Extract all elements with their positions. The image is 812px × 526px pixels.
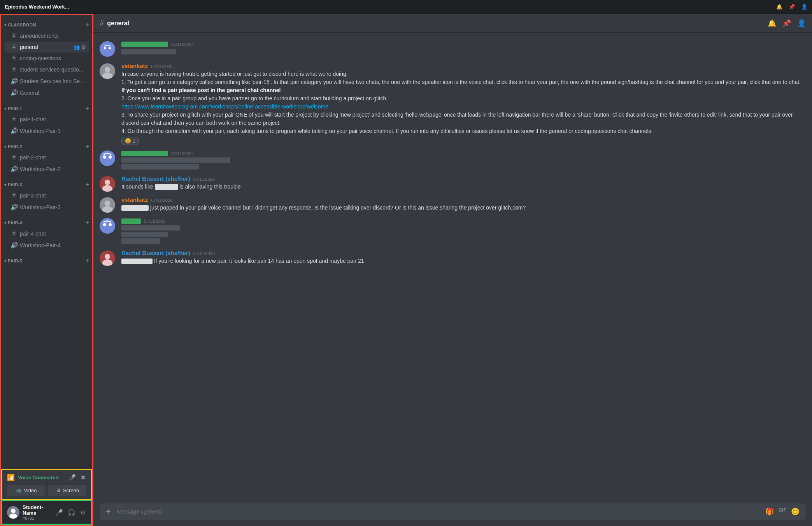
disconnect-button[interactable]: ✖ (80, 473, 86, 482)
chevron-icon: ▾ (4, 23, 6, 27)
message-group: 07/11/2020 (93, 148, 812, 172)
message-timestamp: 07/11/2020 (171, 42, 193, 47)
channel-workshop-pair2[interactable]: 🔊 Workshop-Pair-2 (4, 163, 89, 175)
mute-self-button[interactable]: 🎤 (54, 508, 64, 517)
avatar (100, 250, 115, 266)
category-label: CLASSROOM (8, 23, 85, 27)
channel-pair2-chat[interactable]: # pair-2-chat (4, 152, 89, 163)
pin-icon[interactable]: 📌 (782, 19, 791, 28)
channel-header-title: general (107, 20, 129, 27)
message-group: vstankatz 07/11/2020 just popped in your… (93, 195, 812, 214)
speaker-icon: 🔊 (11, 165, 18, 173)
title-bar: Epicodus Weekend Work... 🔔 📌 👤 (0, 0, 812, 14)
message-group: 07/11/2020 (93, 216, 812, 246)
speaker-icon: 🔊 (11, 241, 18, 249)
svg-point-4 (104, 47, 106, 49)
hash-icon: # (11, 32, 18, 39)
avatar (7, 506, 19, 519)
bell-icon[interactable]: 🔔 (776, 4, 782, 10)
avatar (100, 41, 115, 57)
emoji-picker-button[interactable]: 😊 (791, 507, 800, 516)
channel-student-services[interactable]: # student-services-questio... (4, 64, 89, 75)
profile-icon[interactable]: 👤 (801, 4, 807, 10)
add-member-icon[interactable]: 👥 (74, 44, 80, 50)
channel-pair3-chat[interactable]: # pair-3-chat (4, 190, 89, 201)
add-channel-icon[interactable]: + (85, 105, 89, 112)
svg-point-1 (11, 509, 16, 513)
add-channel-icon[interactable]: + (85, 181, 89, 188)
server-name: Epicodus Weekend Work... (5, 4, 776, 10)
channel-general[interactable]: # general 👥 ⚙ (4, 42, 89, 52)
message-input[interactable] (114, 505, 762, 519)
add-channel-icon[interactable]: + (85, 143, 89, 150)
avatar (100, 197, 115, 213)
message-timestamp: 07/11/2020 (193, 177, 215, 182)
message-author: Rachel Bussert (she/her) (121, 175, 190, 182)
chevron-icon: ▾ (4, 145, 6, 149)
message-text: just popped in your pair voice channel b… (121, 204, 806, 212)
svg-point-19 (103, 223, 106, 226)
message-author (121, 40, 168, 47)
add-channel-icon[interactable]: + (85, 21, 89, 28)
message-text (121, 48, 806, 58)
settings-button[interactable]: ⚙ (79, 508, 86, 517)
add-channel-icon[interactable]: + (85, 219, 89, 226)
gear-icon[interactable]: ⚙ (81, 44, 86, 50)
members-icon[interactable]: 👤 (797, 19, 806, 28)
video-button[interactable]: 📹 Video (7, 485, 45, 496)
svg-point-10 (103, 156, 106, 159)
message-timestamp: 07/11/2020 (171, 151, 193, 156)
message-author (121, 217, 141, 224)
pin-icon[interactable]: 📌 (789, 4, 795, 10)
avatar (100, 218, 115, 234)
category-classroom[interactable]: ▾ CLASSROOM + (1, 15, 92, 30)
category-pair3[interactable]: ▾ PAIR-3 + (1, 175, 92, 190)
channel-coding-questions[interactable]: # coding-questions (4, 53, 89, 64)
add-channel-icon[interactable]: + (85, 257, 89, 264)
message-group: Rachel Bussert (she/her) 07/11/2020 If y… (93, 248, 812, 267)
reaction-button[interactable]: 😀 1 (121, 137, 139, 145)
channel-student-services-voice[interactable]: 🔊 Student Services Info Ses... (4, 75, 89, 87)
hash-icon: # (11, 230, 18, 237)
curriculum-link[interactable]: https://www.learnhowtoprogram.com/worksh… (121, 103, 328, 110)
message-group: vstankatz 07/11/2020 In case anyone is h… (93, 61, 812, 147)
message-author: vstankatz (121, 196, 148, 203)
category-pair1[interactable]: ▾ PAIR-1 + (1, 99, 92, 114)
svg-point-20 (109, 223, 112, 226)
svg-point-13 (105, 180, 110, 185)
channel-pair1-chat[interactable]: # pair-1-chat (4, 114, 89, 125)
message-timestamp: 07/11/2020 (151, 198, 172, 203)
message-timestamp: 07/11/2020 (144, 219, 165, 224)
channel-pair4-chat[interactable]: # pair-4-chat (4, 228, 89, 239)
deafen-button[interactable]: 🎧 (67, 508, 76, 517)
category-pair4[interactable]: ▾ PAIR-4 + (1, 213, 92, 228)
hash-icon: # (11, 66, 18, 73)
gif-button[interactable]: GIF (779, 507, 786, 516)
chevron-icon: ▾ (4, 183, 6, 187)
message-text (121, 157, 806, 170)
svg-point-11 (109, 156, 112, 159)
screen-share-button[interactable]: 🖥 Screen (48, 485, 86, 496)
chevron-icon: ▾ (4, 259, 6, 263)
chevron-icon: ▾ (4, 221, 6, 225)
add-file-button[interactable]: + (103, 503, 114, 520)
mute-button[interactable]: 🎤̸ (67, 473, 77, 482)
screen-icon: 🖥 (56, 488, 61, 493)
channel-workshop-pair4[interactable]: 🔊 Workshop-Pair-4 (4, 239, 89, 251)
channel-workshop-pair3[interactable]: 🔊 Workshop-Pair-3 (4, 201, 89, 213)
emoji-icon: 😀 (125, 138, 131, 144)
svg-point-3 (101, 43, 114, 55)
channel-announcements[interactable]: # announcements (4, 30, 89, 41)
message-text: It sounds like is also having this troub… (121, 183, 806, 191)
chat-area: # general 🔔 📌 👤 (93, 14, 812, 526)
channel-general-voice[interactable]: 🔊 General (4, 87, 89, 98)
voice-connected-panel: 📶 Voice Connected 🎤̸ ✖ 📹 Video 🖥 Screen (1, 469, 92, 500)
chevron-icon: ▾ (4, 107, 6, 111)
svg-point-16 (105, 201, 110, 206)
category-pair2[interactable]: ▾ PAIR-2 + (1, 137, 92, 152)
category-pair5[interactable]: ▾ PAIR-5 + (1, 251, 92, 266)
bell-icon[interactable]: 🔔 (768, 19, 776, 28)
channel-workshop-pair1[interactable]: 🔊 Workshop-Pair-1 (4, 125, 89, 136)
gift-icon[interactable]: 🎁 (765, 507, 774, 516)
speaker-icon: 🔊 (11, 127, 18, 135)
